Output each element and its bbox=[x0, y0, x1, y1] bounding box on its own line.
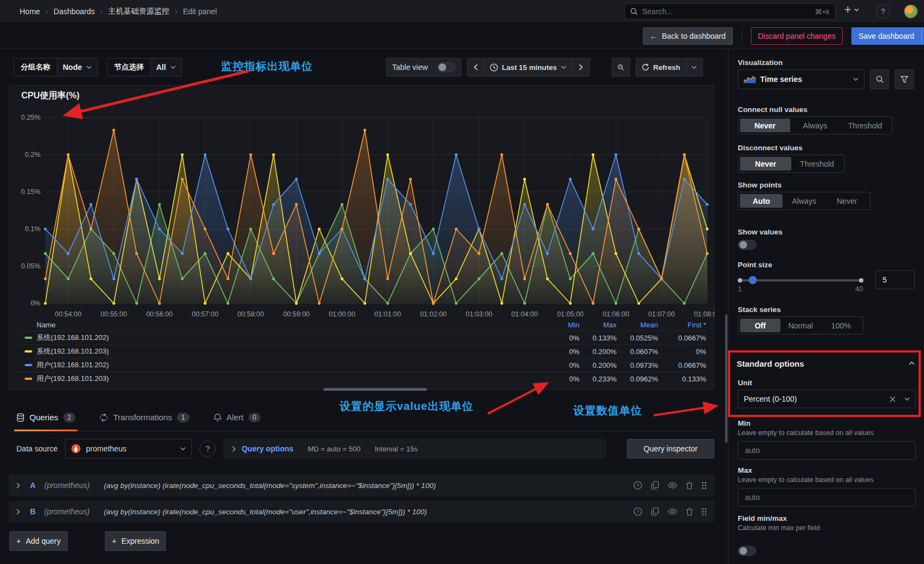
help-button[interactable]: ? bbox=[876, 4, 890, 19]
legend-header-mean[interactable]: Mean bbox=[617, 321, 658, 329]
point-size-slider[interactable] bbox=[739, 275, 862, 286]
query-options-bar: Query options MD = auto = 500 Interval =… bbox=[223, 439, 606, 459]
search-box[interactable]: ⌘+k bbox=[624, 3, 836, 20]
variable-node[interactable]: 节点选择 All bbox=[107, 58, 182, 77]
duplicate-query-icon[interactable] bbox=[651, 507, 659, 516]
connect-null-always[interactable]: Always bbox=[790, 119, 840, 132]
breadcrumb-home[interactable]: Home bbox=[20, 7, 40, 16]
max-input[interactable]: auto bbox=[738, 488, 916, 507]
hide-query-icon[interactable] bbox=[668, 482, 677, 489]
disconnect-never[interactable]: Never bbox=[740, 157, 791, 171]
stack-normal[interactable]: Normal bbox=[780, 319, 821, 332]
point-size-input[interactable]: 5 bbox=[875, 271, 915, 289]
query-ref[interactable]: B bbox=[30, 507, 44, 516]
delete-query-icon[interactable] bbox=[686, 481, 693, 490]
query-options-link[interactable]: Query options bbox=[241, 444, 293, 453]
variable-node-value[interactable]: All bbox=[150, 58, 181, 76]
series-name[interactable]: 系统(192.168.101.203) bbox=[37, 346, 109, 356]
query-ref[interactable]: A bbox=[30, 481, 44, 490]
datasource-help-button[interactable]: ? bbox=[199, 440, 216, 457]
cpu-chart[interactable]: 0%0.05%0.1%0.15%0.2%0.25%00:54:0000:55:0… bbox=[14, 107, 715, 321]
drag-handle-icon[interactable] bbox=[702, 508, 707, 516]
query-help-icon[interactable]: ? bbox=[633, 481, 642, 490]
legend-header-min[interactable]: Min bbox=[541, 321, 579, 329]
database-icon bbox=[16, 413, 25, 422]
tab-queries[interactable]: Queries 2 bbox=[16, 403, 75, 431]
query-row-b[interactable]: B (prometheus) (avg by(instance) (irate(… bbox=[9, 501, 714, 522]
legend-header-first[interactable]: First * bbox=[658, 321, 706, 329]
show-points-auto[interactable]: Auto bbox=[740, 194, 783, 208]
legend-header-max[interactable]: Max bbox=[579, 321, 617, 329]
chevron-right-icon[interactable] bbox=[16, 509, 20, 515]
legend-first: 0.0667% bbox=[658, 361, 706, 369]
zoom-out-button[interactable] bbox=[612, 58, 630, 77]
field-minmax-toggle[interactable] bbox=[738, 546, 756, 556]
chevron-right-icon[interactable] bbox=[16, 483, 20, 489]
show-points-never[interactable]: Never bbox=[826, 194, 868, 208]
discard-panel-changes-button[interactable]: Discard panel changes bbox=[751, 27, 843, 45]
refresh-interval-dropdown[interactable] bbox=[686, 58, 703, 77]
add-button[interactable] bbox=[844, 5, 859, 14]
legend-max: 0.233% bbox=[579, 375, 617, 383]
options-scrollbar[interactable] bbox=[725, 314, 727, 443]
chevron-up-icon[interactable] bbox=[909, 361, 915, 365]
variable-group-value[interactable]: Node bbox=[57, 58, 97, 76]
time-range-forward-button[interactable] bbox=[572, 58, 590, 77]
tab-alert[interactable]: Alert 0 bbox=[214, 403, 261, 431]
table-view-toggle[interactable] bbox=[437, 62, 455, 72]
expression-button[interactable]: +Expression bbox=[105, 531, 166, 551]
svg-text:01:00:00: 01:00:00 bbox=[329, 310, 356, 318]
save-dashboard-button[interactable]: Save dashboard bbox=[851, 27, 921, 45]
chevron-down-icon[interactable] bbox=[904, 397, 910, 401]
show-points-always[interactable]: Always bbox=[783, 194, 825, 208]
back-to-dashboard-button[interactable]: ← Back to dashboard bbox=[643, 27, 733, 45]
min-input[interactable]: auto bbox=[738, 441, 916, 460]
panel-title[interactable]: CPU使用率(%) bbox=[21, 90, 80, 102]
top-nav: Home› Dashboards› 主机基础资源监控› Edit panel ⌘… bbox=[0, 0, 924, 23]
variable-group[interactable]: 分组名称 Node bbox=[14, 58, 98, 77]
series-name[interactable]: 系统(192.168.101.202) bbox=[37, 333, 109, 343]
series-name[interactable]: 用户(192.168.101.202) bbox=[37, 360, 109, 370]
horizontal-scrollbar[interactable] bbox=[323, 388, 427, 391]
viz-search-button[interactable] bbox=[870, 69, 889, 89]
query-expression[interactable]: (avg by(instance) (irate(node_cpu_second… bbox=[104, 508, 633, 516]
disconnect-threshold[interactable]: Threshold bbox=[791, 157, 843, 171]
query-inspector-button[interactable]: Query inspector bbox=[627, 439, 714, 459]
query-datasource: (prometheus) bbox=[44, 481, 90, 490]
delete-query-icon[interactable] bbox=[686, 508, 693, 516]
breadcrumb-dashboard-name[interactable]: 主机基础资源监控 bbox=[108, 7, 169, 16]
hide-query-icon[interactable] bbox=[668, 508, 677, 515]
refresh-button[interactable]: Refresh bbox=[636, 58, 686, 77]
stack-100[interactable]: 100% bbox=[821, 319, 861, 332]
legend-first: 0.133% bbox=[658, 375, 706, 383]
search-icon bbox=[630, 8, 638, 15]
connect-null-never[interactable]: Never bbox=[740, 119, 790, 132]
query-row-a[interactable]: A (prometheus) (avg by(instance) (irate(… bbox=[9, 474, 714, 496]
query-help-icon[interactable]: ? bbox=[633, 507, 642, 516]
visualization-select[interactable]: Time series bbox=[738, 69, 864, 89]
user-avatar[interactable] bbox=[904, 4, 918, 19]
refresh-icon bbox=[642, 63, 649, 71]
save-dashboard-dropdown[interactable] bbox=[921, 27, 924, 45]
duplicate-query-icon[interactable] bbox=[651, 481, 659, 490]
query-expression[interactable]: (avg by(instance) (irate(node_cpu_second… bbox=[104, 481, 633, 490]
time-range-back-button[interactable] bbox=[467, 58, 484, 77]
clear-icon[interactable] bbox=[890, 396, 896, 402]
show-values-toggle[interactable] bbox=[738, 240, 756, 250]
legend-header-name[interactable]: Name bbox=[14, 321, 541, 329]
stack-off[interactable]: Off bbox=[740, 319, 780, 332]
tab-transformations[interactable]: Transformations 1 bbox=[99, 403, 189, 431]
datasource-select[interactable]: prometheus bbox=[65, 439, 192, 459]
unit-select[interactable]: Percent (0-100) bbox=[738, 390, 916, 408]
slider-thumb[interactable] bbox=[749, 276, 757, 284]
svg-text:01:08:00: 01:08:00 bbox=[694, 310, 715, 318]
connect-null-threshold[interactable]: Threshold bbox=[840, 119, 890, 132]
time-range-picker[interactable]: Last 15 minutes bbox=[484, 58, 572, 77]
standard-options-header[interactable]: Standard options bbox=[737, 359, 804, 368]
series-name[interactable]: 用户(192.168.101.203) bbox=[37, 374, 109, 384]
breadcrumb-dashboards[interactable]: Dashboards bbox=[54, 7, 95, 16]
add-query-button[interactable]: +Add query bbox=[9, 531, 68, 551]
drag-handle-icon[interactable] bbox=[702, 481, 707, 490]
search-input[interactable] bbox=[642, 7, 810, 16]
viz-filter-button[interactable] bbox=[895, 69, 914, 89]
